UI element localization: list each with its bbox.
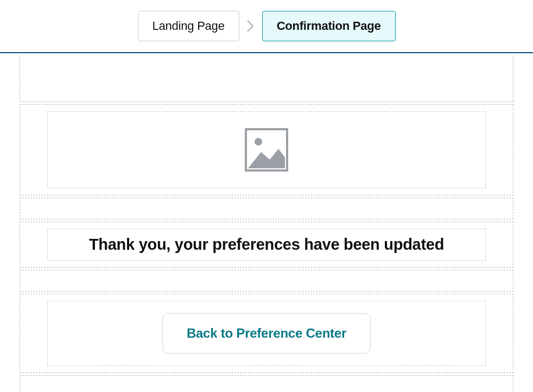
editor-block-spacer-bottom[interactable]	[20, 375, 513, 392]
image-placeholder-icon	[245, 128, 288, 172]
svg-point-1	[255, 138, 262, 146]
confirmation-heading: Thank you, your preferences have been up…	[59, 236, 474, 254]
heading-container: Thank you, your preferences have been up…	[47, 229, 486, 261]
editor-block-heading[interactable]: Thank you, your preferences have been up…	[20, 222, 513, 268]
tab-landing-page[interactable]: Landing Page	[138, 11, 239, 41]
tab-label: Confirmation Page	[277, 19, 381, 33]
back-to-preference-center-button[interactable]: Back to Preference Center	[162, 313, 371, 353]
page-tabs-header: Landing Page Confirmation Page	[0, 0, 533, 53]
tab-confirmation-page[interactable]: Confirmation Page	[262, 11, 396, 41]
tab-label: Landing Page	[153, 19, 225, 33]
button-container: Back to Preference Center	[47, 301, 486, 366]
button-label: Back to Preference Center	[187, 326, 346, 340]
editor-canvas: Thank you, your preferences have been up…	[0, 55, 533, 392]
chevron-right-icon	[247, 20, 255, 32]
editor-block-spacer[interactable]	[20, 198, 513, 219]
editor-block-spacer[interactable]	[20, 270, 513, 292]
editor-block-button[interactable]: Back to Preference Center	[20, 294, 513, 373]
image-placeholder-container	[47, 111, 486, 188]
editor-block-image[interactable]	[20, 104, 513, 195]
editor-block-spacer-top[interactable]	[20, 55, 513, 102]
